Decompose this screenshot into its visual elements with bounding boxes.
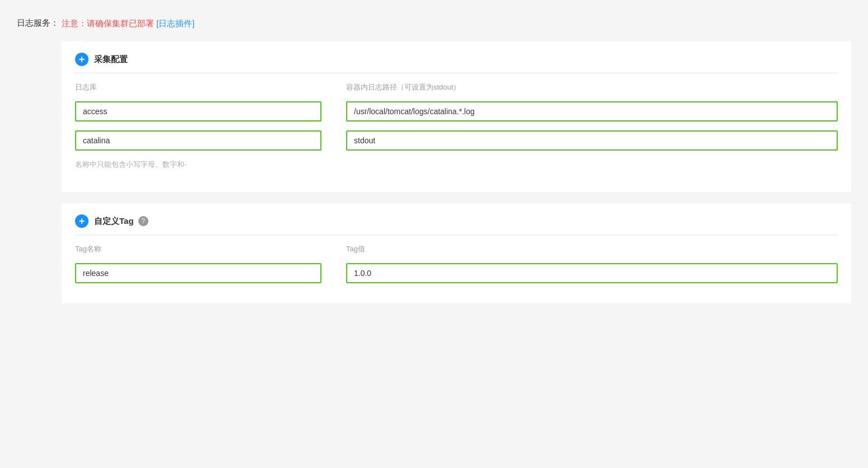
col-right-header-tag-value: Tag值 [333, 244, 838, 259]
log-library-header: 日志库 [75, 82, 333, 97]
collection-row-1-left [75, 101, 333, 121]
log-path-input-1[interactable] [346, 101, 838, 121]
tag-value-header: Tag值 [346, 244, 838, 259]
collection-config-add-icon[interactable]: + [75, 53, 88, 66]
custom-tag-row-1 [75, 263, 838, 283]
log-library-input-1[interactable] [75, 101, 321, 121]
custom-tag-add-icon[interactable]: + [75, 214, 88, 228]
notice-prefix: 注意：请确保集群已部署 [62, 18, 154, 28]
notice-text: 注意：请确保集群已部署 [日志插件] [62, 17, 851, 30]
custom-tag-header: + 自定义Tag ? [75, 214, 838, 235]
tag-value-input-1[interactable] [346, 263, 838, 283]
custom-tag-section: + 自定义Tag ? Tag名称 Tag值 [62, 203, 851, 303]
custom-tag-col-headers: Tag名称 Tag值 [75, 244, 838, 259]
custom-tag-help-icon[interactable]: ? [138, 216, 148, 226]
notice-link[interactable]: [日志插件] [156, 18, 194, 28]
collection-config-section: + 采集配置 日志库 容器内日志路径（可设置为stdout） [62, 41, 851, 192]
collection-row-1-right [333, 101, 838, 121]
col-left-header-log: 日志库 [75, 82, 333, 97]
log-path-input-2[interactable] [346, 130, 838, 151]
custom-tag-title: 自定义Tag [94, 216, 134, 227]
collection-row-2-left [75, 130, 333, 151]
log-service-row: 日志服务： 注意：请确保集群已部署 [日志插件] + 采集配置 日志库 [0, 11, 868, 320]
collection-hint: 名称中只能包含小写字母、数字和- [75, 160, 838, 170]
col-right-header-path: 容器内日志路径（可设置为stdout） [333, 82, 838, 97]
tag-name-input-1[interactable] [75, 263, 321, 283]
collection-row-1 [75, 101, 838, 121]
collection-config-header: + 采集配置 [75, 53, 838, 73]
log-service-content: 注意：请确保集群已部署 [日志插件] + 采集配置 日志库 容器内日志路径（可设… [62, 17, 851, 315]
tag-name-header: Tag名称 [75, 244, 333, 259]
log-service-label: 日志服务： [17, 17, 62, 29]
collection-row-2 [75, 130, 838, 151]
collection-config-title: 采集配置 [94, 54, 128, 65]
col-left-header-tag-name: Tag名称 [75, 244, 333, 259]
log-library-input-2[interactable] [75, 130, 321, 151]
collection-config-col-headers: 日志库 容器内日志路径（可设置为stdout） [75, 82, 838, 97]
log-path-header: 容器内日志路径（可设置为stdout） [346, 82, 838, 97]
page-container: 日志服务： 注意：请确保集群已部署 [日志插件] + 采集配置 日志库 [0, 0, 868, 468]
custom-tag-row-1-left [75, 263, 333, 283]
collection-row-2-right [333, 130, 838, 151]
custom-tag-row-1-right [333, 263, 838, 283]
